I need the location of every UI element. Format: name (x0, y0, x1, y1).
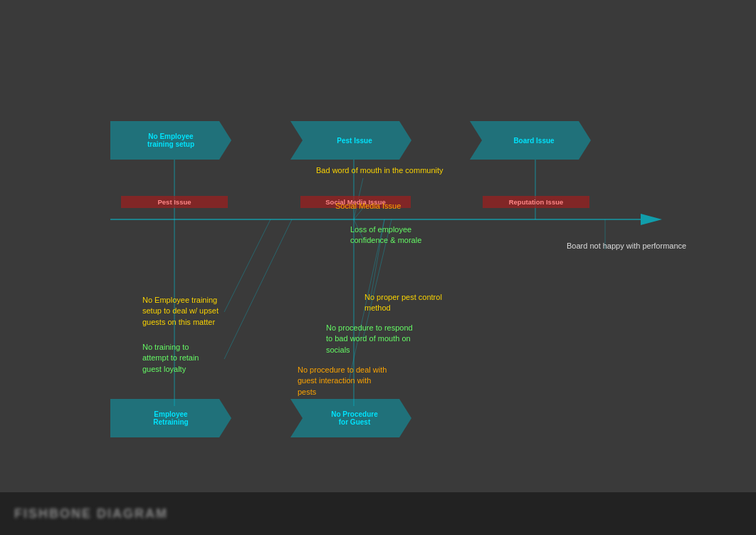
diagram-container: No Employee training setup Pest Issue Em… (43, 43, 712, 484)
col2-chevron-top: Pest Issue (290, 121, 411, 160)
col3-red-box: Reputation Issue (483, 196, 589, 208)
col1-red-box: Pest Issue (121, 196, 228, 208)
annotation-loss-employee: Loss of employeeconfidence & morale (350, 224, 421, 246)
annotation-board-not-happy: Board not happy with performance (567, 241, 686, 251)
annotation-social-media: Social Media Issue (335, 201, 401, 212)
annotation-bad-word-mouth: Bad word of mouth in the community (316, 165, 443, 176)
bottom-bar-text: FISHBONE DIAGRAM (14, 507, 168, 521)
annotation-no-procedure-guest: No procedure to deal withguest interacti… (298, 365, 387, 398)
col1-chevron-top-label: No Employee training setup (110, 121, 231, 160)
bottom-bar: FISHBONE DIAGRAM (0, 492, 756, 535)
col3-chevron-top: Board Issue (470, 121, 591, 160)
annotation-no-employee-training: No Employee trainingsetup to deal w/ ups… (142, 295, 219, 328)
annotation-no-procedure-socials: No procedure to respondto bad word of mo… (326, 323, 413, 355)
annotation-pest-control: No proper pest controlmethod (364, 292, 442, 314)
col2-chevron-top-label: Pest Issue (290, 121, 411, 160)
svg-line-7 (224, 219, 292, 359)
col1-chevron-bottom-label: Employee Retraining (110, 399, 231, 437)
col1-chevron-top: No Employee training setup (110, 121, 231, 160)
annotation-no-training: No training toattempt to retainguest loy… (142, 342, 199, 375)
col2-chevron-bottom: No Procedure for Guest (290, 399, 411, 437)
col3-chevron-top-label: Board Issue (470, 121, 591, 160)
svg-line-6 (224, 219, 271, 312)
col1-chevron-bottom: Employee Retraining (110, 399, 231, 437)
svg-marker-14 (641, 214, 662, 225)
col2-chevron-bottom-label: No Procedure for Guest (290, 399, 411, 437)
